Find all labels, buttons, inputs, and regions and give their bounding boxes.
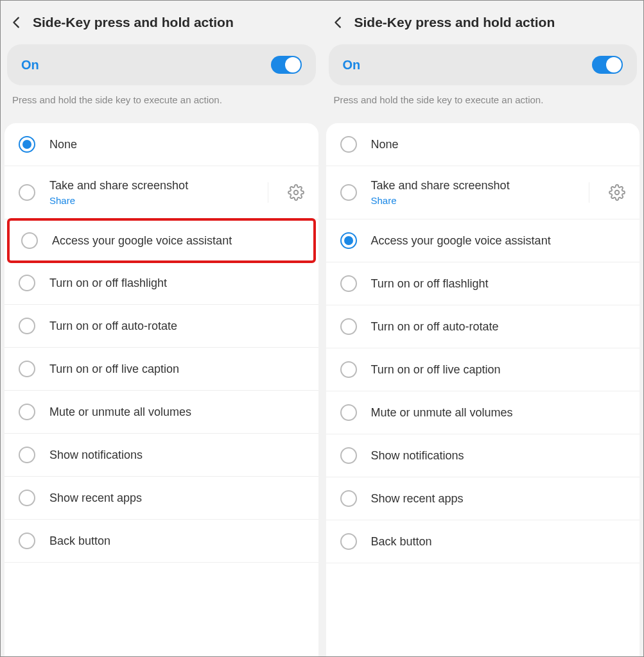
back-icon[interactable] bbox=[10, 15, 24, 30]
option-body: Turn on or off live caption bbox=[371, 363, 626, 377]
radio-button[interactable] bbox=[19, 490, 35, 506]
radio-button[interactable] bbox=[340, 136, 357, 153]
radio-button[interactable] bbox=[19, 404, 35, 420]
toggle-switch[interactable] bbox=[592, 56, 623, 74]
option-label: Turn on or off auto-rotate bbox=[49, 320, 304, 333]
options-list-right: NoneTake and share screenshotShareAccess… bbox=[326, 123, 640, 656]
option-body: Show recent apps bbox=[371, 492, 626, 506]
option-body: Show notifications bbox=[49, 448, 304, 462]
option-row[interactable]: Turn on or off flashlight bbox=[4, 262, 318, 305]
toggle-label: On bbox=[343, 58, 361, 73]
description: Press and hold the side key to execute a… bbox=[1, 85, 322, 123]
option-sublabel: Share bbox=[371, 195, 571, 206]
option-label: Access your google voice assistant bbox=[52, 234, 302, 248]
option-body: Take and share screenshotShare bbox=[49, 179, 250, 206]
option-row[interactable]: Mute or unmute all volumes bbox=[4, 391, 318, 434]
radio-button[interactable] bbox=[19, 318, 35, 334]
option-label: Back button bbox=[371, 535, 626, 549]
option-body: Access your google voice assistant bbox=[371, 234, 626, 248]
radio-button[interactable] bbox=[340, 184, 357, 201]
option-label: Mute or unmute all volumes bbox=[49, 405, 304, 419]
option-body: Turn on or off auto-rotate bbox=[371, 320, 626, 334]
option-label: Turn on or off flashlight bbox=[49, 277, 304, 290]
option-label: Turn on or off flashlight bbox=[371, 277, 626, 291]
option-body: Show notifications bbox=[371, 449, 626, 463]
radio-button[interactable] bbox=[21, 232, 38, 249]
option-label: Show notifications bbox=[49, 448, 304, 462]
option-row[interactable]: Back button bbox=[326, 520, 640, 563]
option-label: Turn on or off auto-rotate bbox=[371, 320, 626, 334]
option-row[interactable]: None bbox=[326, 123, 640, 166]
radio-button[interactable] bbox=[19, 533, 35, 549]
master-toggle-row[interactable]: On bbox=[7, 44, 316, 85]
option-row[interactable]: Take and share screenshotShare bbox=[4, 166, 318, 219]
separator bbox=[589, 182, 589, 203]
panel-left: Side-Key press and hold action On Press … bbox=[1, 1, 322, 656]
radio-button[interactable] bbox=[340, 361, 357, 378]
option-body: None bbox=[49, 138, 304, 151]
option-row[interactable]: Access your google voice assistant bbox=[326, 219, 640, 262]
option-row[interactable]: Turn on or off flashlight bbox=[326, 262, 640, 305]
option-body: Turn on or off flashlight bbox=[371, 277, 626, 291]
option-row[interactable]: Access your google voice assistant bbox=[7, 218, 316, 263]
option-row[interactable]: Turn on or off live caption bbox=[4, 348, 318, 391]
option-label: None bbox=[49, 138, 304, 151]
option-body: Back button bbox=[371, 535, 626, 549]
radio-button[interactable] bbox=[340, 404, 357, 421]
option-label: Back button bbox=[49, 534, 304, 548]
option-row[interactable]: Back button bbox=[4, 520, 318, 563]
radio-button[interactable] bbox=[340, 490, 357, 507]
radio-button[interactable] bbox=[340, 318, 357, 335]
option-row[interactable]: Turn on or off auto-rotate bbox=[4, 305, 318, 348]
option-row[interactable]: Show recent apps bbox=[326, 477, 640, 520]
option-label: None bbox=[371, 138, 626, 151]
option-body: Mute or unmute all volumes bbox=[49, 405, 304, 419]
option-body: Take and share screenshotShare bbox=[371, 179, 571, 206]
option-row[interactable]: Mute or unmute all volumes bbox=[326, 391, 640, 434]
radio-button[interactable] bbox=[19, 447, 35, 463]
option-body: Turn on or off auto-rotate bbox=[49, 320, 304, 333]
option-row[interactable]: None bbox=[4, 123, 318, 166]
option-row[interactable]: Take and share screenshotShare bbox=[326, 166, 640, 219]
option-label: Access your google voice assistant bbox=[371, 234, 626, 248]
option-label: Take and share screenshot bbox=[371, 179, 571, 192]
option-body: Back button bbox=[49, 534, 304, 548]
radio-button[interactable] bbox=[340, 232, 357, 249]
radio-button[interactable] bbox=[19, 361, 35, 377]
gear-icon[interactable] bbox=[609, 184, 625, 201]
option-row[interactable]: Show recent apps bbox=[4, 477, 318, 520]
option-row[interactable]: Show notifications bbox=[4, 434, 318, 477]
separator bbox=[268, 182, 268, 203]
radio-button[interactable] bbox=[340, 447, 357, 464]
option-label: Turn on or off live caption bbox=[371, 363, 626, 377]
page-title: Side-Key press and hold action bbox=[33, 15, 234, 30]
panel-right: Side-Key press and hold action On Press … bbox=[322, 1, 644, 656]
option-row[interactable]: Turn on or off live caption bbox=[326, 348, 640, 391]
option-body: None bbox=[371, 138, 626, 151]
gear-icon[interactable] bbox=[288, 184, 304, 201]
description: Press and hold the side key to execute a… bbox=[322, 85, 644, 123]
toggle-switch[interactable] bbox=[271, 56, 302, 74]
radio-button[interactable] bbox=[340, 533, 357, 550]
option-row[interactable]: Turn on or off auto-rotate bbox=[326, 305, 640, 348]
radio-button[interactable] bbox=[340, 275, 357, 292]
option-body: Show recent apps bbox=[49, 491, 304, 505]
option-body: Access your google voice assistant bbox=[52, 234, 302, 248]
radio-button[interactable] bbox=[19, 136, 35, 153]
svg-point-1 bbox=[615, 191, 620, 195]
radio-button[interactable] bbox=[19, 184, 35, 201]
option-label: Take and share screenshot bbox=[49, 179, 250, 192]
master-toggle-row[interactable]: On bbox=[329, 44, 638, 85]
option-label: Show notifications bbox=[371, 449, 626, 463]
option-label: Show recent apps bbox=[371, 492, 626, 506]
option-body: Mute or unmute all volumes bbox=[371, 406, 626, 420]
option-row[interactable]: Show notifications bbox=[326, 434, 640, 477]
option-label: Mute or unmute all volumes bbox=[371, 406, 626, 420]
toggle-label: On bbox=[21, 58, 39, 73]
header: Side-Key press and hold action bbox=[322, 1, 644, 44]
options-list-left: NoneTake and share screenshotShareAccess… bbox=[4, 123, 318, 656]
radio-button[interactable] bbox=[19, 275, 35, 291]
page-title: Side-Key press and hold action bbox=[354, 15, 555, 30]
header: Side-Key press and hold action bbox=[1, 1, 322, 44]
back-icon[interactable] bbox=[331, 15, 345, 30]
